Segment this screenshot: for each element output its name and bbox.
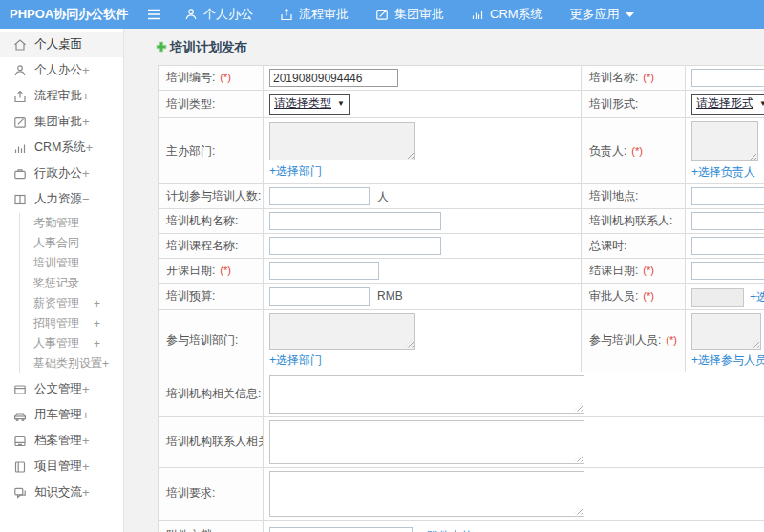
sidebar-item-admin-office[interactable]: 行政办公 + xyxy=(0,160,123,186)
select-approver-link[interactable]: +选择审批人员 xyxy=(750,289,764,306)
requirement-textarea[interactable] xyxy=(269,471,584,517)
row-type-mode: 培训类型: 请选择类型▼ 培训形式: 请选择形式▼ xyxy=(159,91,764,118)
menu-label: 更多应用 xyxy=(570,6,620,23)
sub-label: 培训管理 xyxy=(33,255,79,271)
org-info-textarea[interactable] xyxy=(269,375,584,414)
expand-plus-icon[interactable]: + xyxy=(94,297,100,310)
sidebar-sub-reward[interactable]: 奖惩记录 xyxy=(20,273,123,293)
row-org-orgcontact: 培训机构名称: 培训机构联系人: xyxy=(159,209,764,234)
menu-personal-office[interactable]: 个人办公 xyxy=(184,6,253,23)
edit-square-icon xyxy=(375,8,389,21)
sidebar-sub-attendance[interactable]: 考勤管理 xyxy=(20,213,123,233)
menu-workflow-approval[interactable]: 流程审批 xyxy=(280,6,349,23)
sub-label: 奖惩记录 xyxy=(33,275,79,291)
required-mark: (*) xyxy=(220,72,231,83)
start-date-label: 开课日期:(*) xyxy=(159,259,264,284)
end-date-input[interactable] xyxy=(691,262,764,280)
select-dept-link[interactable]: +选择部门 xyxy=(269,163,575,180)
menu-crm-system[interactable]: CRM系统 xyxy=(471,6,543,23)
expand-plus-icon[interactable]: + xyxy=(82,408,90,422)
place-label: 培训地点: xyxy=(582,184,686,209)
topbar: PHPOA协同办公软件 个人办公 流程审批 集团审批 CRM系统 更多应用 xyxy=(0,0,764,29)
plan-num-input[interactable] xyxy=(269,187,370,205)
notebook-icon xyxy=(13,460,27,474)
sidebar-sub-training[interactable]: 培训管理 xyxy=(20,253,123,273)
org-contact-input[interactable] xyxy=(691,212,764,230)
training-mode-select[interactable]: 请选择形式▼ xyxy=(691,94,764,115)
menu-label: 个人办公 xyxy=(203,6,253,23)
select-join-dept-link[interactable]: +选择部门 xyxy=(269,352,575,369)
row-start-end-date: 开课日期:(*) 结课日期:(*) xyxy=(159,259,764,284)
sidebar-item-official-doc[interactable]: 公文管理 + xyxy=(0,376,123,402)
training-plan-form: 培训编号:(*) 培训名称:(*) 培训类型: 请选择类型▼ 培训形式: 请选择… xyxy=(158,65,764,532)
org-name-label: 培训机构名称: xyxy=(159,209,264,234)
expand-plus-icon[interactable]: + xyxy=(82,459,90,474)
expand-plus-icon[interactable]: + xyxy=(94,337,100,351)
sidebar-item-personal-office[interactable]: 个人办公 + xyxy=(0,57,123,83)
app-logo: PHPOA协同办公软件 xyxy=(0,6,128,23)
expand-plus-icon[interactable]: + xyxy=(82,485,90,500)
select-caret-icon: ▼ xyxy=(337,99,345,108)
sidebar-item-archive[interactable]: 档案管理 + xyxy=(0,428,123,454)
sidebar-item-vehicle[interactable]: 用车管理 + xyxy=(0,402,123,428)
expand-plus-icon[interactable]: + xyxy=(82,89,90,103)
sidebar-sub-salary[interactable]: 薪资管理+ xyxy=(20,293,123,313)
training-name-input[interactable] xyxy=(691,69,764,87)
sidebar-item-label: 档案管理 xyxy=(34,433,82,449)
hours-input[interactable] xyxy=(691,237,764,255)
course-name-input[interactable] xyxy=(269,237,441,255)
budget-input[interactable] xyxy=(269,287,370,306)
expand-plus-icon[interactable]: + xyxy=(102,357,109,371)
sub-label: 基础类别设置 xyxy=(33,355,102,372)
select-join-people-link[interactable]: +选择参与人员 xyxy=(691,352,764,369)
training-name-label: 培训名称:(*) xyxy=(582,66,686,91)
sidebar-sub-hr-contract[interactable]: 人事合同 xyxy=(20,233,123,253)
expand-plus-icon[interactable]: + xyxy=(82,434,90,448)
sidebar-item-group-approval[interactable]: 集团审批 + xyxy=(0,109,123,135)
sidebar-sub-recruit[interactable]: 招聘管理+ xyxy=(20,313,123,333)
sidebar-item-project[interactable]: 项目管理 + xyxy=(0,454,123,479)
expand-plus-icon[interactable]: + xyxy=(85,140,93,155)
approver-input[interactable] xyxy=(691,288,744,307)
training-type-select[interactable]: 请选择类型▼ xyxy=(269,94,350,115)
select-leader-link[interactable]: +选择负责人 xyxy=(691,164,764,181)
menu-group-approval[interactable]: 集团审批 xyxy=(375,6,444,23)
org-contact-info-textarea[interactable] xyxy=(269,420,584,464)
expand-plus-icon[interactable]: + xyxy=(82,63,90,77)
place-input[interactable] xyxy=(691,187,764,205)
join-dept-textarea[interactable] xyxy=(269,313,415,350)
attachment-input[interactable] xyxy=(269,527,413,532)
collapse-minus-icon[interactable]: − xyxy=(82,192,90,206)
training-no-input[interactable] xyxy=(269,69,398,87)
expand-plus-icon[interactable]: + xyxy=(82,382,90,396)
sidebar-item-personal-desktop[interactable]: 个人桌面 xyxy=(0,32,123,57)
sidebar-sub-base-category[interactable]: 基础类别设置+ xyxy=(20,353,123,373)
host-dept-textarea[interactable] xyxy=(269,122,415,160)
sidebar-sub-personnel[interactable]: 人事管理+ xyxy=(20,333,123,353)
page-title: 培训计划发布 xyxy=(156,39,764,56)
sidebar-item-hr[interactable]: 人力资源 − xyxy=(0,186,123,212)
menu-more-apps[interactable]: 更多应用 xyxy=(570,6,634,23)
join-people-textarea[interactable] xyxy=(691,313,761,350)
leader-textarea[interactable] xyxy=(691,121,758,161)
sidebar-item-workflow-approval[interactable]: 流程审批 + xyxy=(0,83,123,109)
hamburger-icon[interactable] xyxy=(147,9,161,20)
sidebar-item-label: CRM系统 xyxy=(34,139,85,156)
sidebar-item-label: 人力资源 xyxy=(34,191,82,207)
briefcase-icon xyxy=(13,167,27,181)
attachment-upload-link[interactable]: +附件上传 xyxy=(420,528,473,532)
sidebar-item-crm[interactable]: CRM系统 + xyxy=(0,135,123,160)
row-hostdept-leader: 主办部门: +选择部门 负责人:(*) +选择负责人 xyxy=(159,118,764,184)
expand-plus-icon[interactable]: + xyxy=(82,115,90,129)
sidebar-item-label: 行政办公 xyxy=(34,165,82,181)
join-people-label: 参与培训人员:(*) xyxy=(582,309,686,372)
expand-plus-icon[interactable]: + xyxy=(94,317,100,330)
start-date-input[interactable] xyxy=(269,262,379,280)
caret-down-icon xyxy=(626,11,634,17)
expand-plus-icon[interactable]: + xyxy=(82,166,90,181)
bar-chart-icon xyxy=(471,8,484,21)
bar-chart-icon xyxy=(13,141,27,155)
org-name-input[interactable] xyxy=(269,212,441,230)
main-content: 培训计划发布 培训编号:(*) 培训名称:(*) 培训类型: 请选择类型▼ 培训… xyxy=(125,29,764,532)
sidebar-item-knowledge[interactable]: 知识交流 + xyxy=(0,479,123,505)
